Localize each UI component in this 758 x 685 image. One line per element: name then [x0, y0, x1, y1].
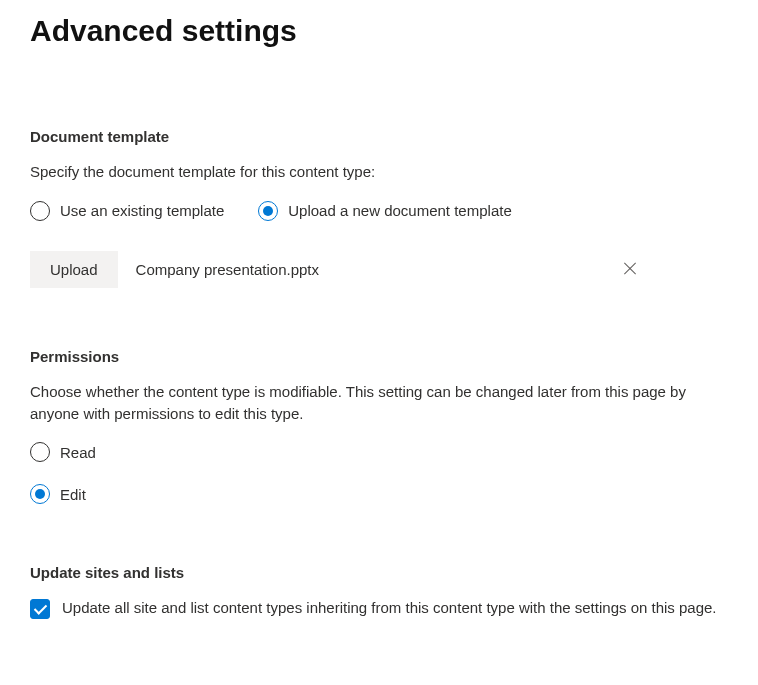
checkbox-label-update-all: Update all site and list content types i…	[62, 597, 717, 619]
permissions-radio-group: Read Edit	[30, 442, 728, 504]
radio-label-read: Read	[60, 444, 96, 461]
radio-icon-unselected	[30, 442, 50, 462]
checkbox-icon-checked	[30, 599, 50, 619]
radio-icon-selected	[30, 484, 50, 504]
radio-label-edit: Edit	[60, 486, 86, 503]
desc-document-template: Specify the document template for this c…	[30, 161, 728, 183]
radio-icon-selected	[258, 201, 278, 221]
radio-permission-read[interactable]: Read	[30, 442, 728, 462]
section-permissions: Permissions Choose whether the content t…	[30, 348, 728, 505]
uploaded-file-name: Company presentation.pptx	[136, 261, 602, 278]
heading-update-sites: Update sites and lists	[30, 564, 728, 581]
radio-label-existing: Use an existing template	[60, 202, 224, 219]
radio-upload-new-template[interactable]: Upload a new document template	[258, 201, 511, 221]
upload-row: Upload Company presentation.pptx	[30, 251, 728, 288]
section-update-sites: Update sites and lists Update all site a…	[30, 564, 728, 619]
page-title: Advanced settings	[30, 14, 728, 48]
heading-document-template: Document template	[30, 128, 728, 145]
radio-permission-edit[interactable]: Edit	[30, 484, 728, 504]
desc-permissions: Choose whether the content type is modif…	[30, 381, 728, 425]
radio-icon-unselected	[30, 201, 50, 221]
template-radio-group: Use an existing template Upload a new do…	[30, 201, 728, 221]
upload-button[interactable]: Upload	[30, 251, 118, 288]
section-document-template: Document template Specify the document t…	[30, 128, 728, 288]
radio-use-existing-template[interactable]: Use an existing template	[30, 201, 224, 221]
checkbox-update-all-sites[interactable]: Update all site and list content types i…	[30, 597, 728, 619]
heading-permissions: Permissions	[30, 348, 728, 365]
radio-label-upload: Upload a new document template	[288, 202, 511, 219]
clear-file-icon[interactable]	[622, 261, 638, 277]
